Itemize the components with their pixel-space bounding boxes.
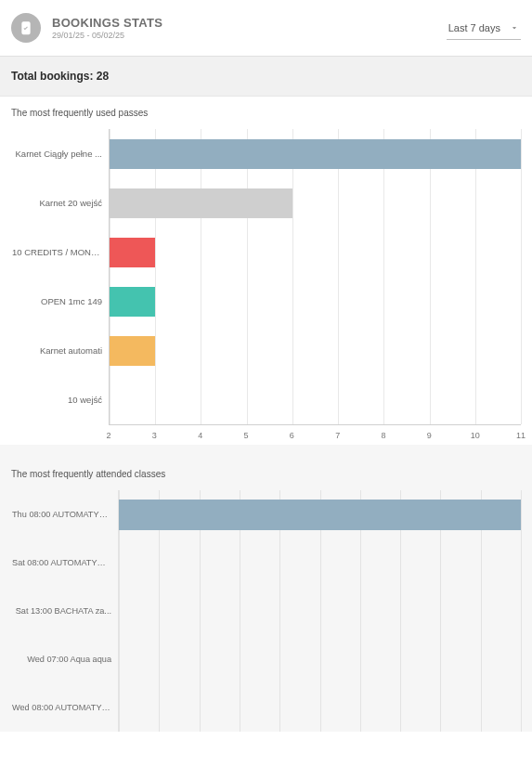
bar-row: Wed 07:00 Aqua aqua (119, 635, 521, 683)
bar-label: Karnet 20 wejść (12, 198, 110, 208)
range-selector[interactable]: Last 7 days (447, 17, 521, 40)
bar-row: 10 wejść (110, 375, 521, 424)
bar (110, 139, 521, 169)
header: BOOKINGS STATS 29/01/25 - 05/02/25 Last … (0, 0, 532, 57)
chart-classes-section: The most frequently attended classes Thu… (0, 445, 532, 732)
bar-row: Karnet 20 wejść (110, 178, 521, 227)
bar (110, 188, 292, 218)
chart-classes: Thu 08:00 AUTOMATYCZ...Sat 08:00 AUTOMAT… (11, 490, 521, 732)
bar-row: Sat 13:00 BACHATA za... (119, 587, 521, 635)
bar-label: Wed 07:00 Aqua aqua (12, 655, 119, 664)
title-block: BOOKINGS STATS 29/01/25 - 05/02/25 (52, 16, 447, 40)
bar-label: 10 CREDITS / MONTH (12, 247, 110, 257)
bar (110, 287, 155, 317)
bar-row: Karnet Ciągły pełne ... (110, 129, 521, 178)
x-tick: 11 (516, 431, 526, 440)
chart1-title: The most frequently used passes (11, 108, 521, 118)
bar-label: Thu 08:00 AUTOMATYCZ... (12, 510, 119, 519)
chart-passes-section: The most frequently used passes Karnet C… (0, 97, 532, 445)
bar-row: OPEN 1mc 149 (110, 277, 521, 326)
x-tick: 4 (198, 431, 202, 440)
total-label: Total bookings: (11, 70, 93, 83)
bar-row: Wed 08:00 AUTOMATYCZ... (119, 683, 521, 732)
x-tick: 6 (290, 431, 294, 440)
chevron-down-icon (510, 23, 519, 32)
bar-label: 10 wejść (12, 395, 110, 405)
bar-label: Karnet Ciągły pełne ... (12, 149, 110, 159)
bar (110, 238, 155, 267)
bar (119, 500, 521, 530)
bar-label: Sat 13:00 BACHATA za... (12, 606, 119, 616)
bar-row: Sat 08:00 AUTOMATYCZ... (119, 539, 521, 587)
range-selector-label: Last 7 days (448, 22, 500, 33)
bar-label: Karnet automati (12, 345, 110, 356)
chart-passes: Karnet Ciągły pełne ...Karnet 20 wejść10… (11, 129, 521, 445)
bar (110, 336, 155, 366)
x-tick: 2 (106, 431, 110, 440)
bar-row: Thu 08:00 AUTOMATYCZ... (119, 490, 521, 539)
date-range: 29/01/25 - 05/02/25 (52, 31, 447, 40)
bookings-icon (11, 13, 41, 43)
bar-label: Wed 08:00 AUTOMATYCZ... (12, 703, 119, 712)
total-bookings-bar: Total bookings: 28 (0, 57, 532, 97)
x-tick: 8 (381, 431, 385, 440)
page-title: BOOKINGS STATS (52, 16, 447, 30)
x-tick: 10 (471, 431, 480, 440)
bar-row: 10 CREDITS / MONTH (110, 227, 521, 277)
x-tick: 5 (243, 431, 248, 440)
bar-label: Sat 08:00 AUTOMATYCZ... (12, 558, 119, 567)
chart2-title: The most frequently attended classes (11, 456, 521, 490)
x-tick: 3 (152, 431, 157, 440)
x-tick: 7 (335, 431, 340, 440)
total-value: 28 (97, 70, 109, 83)
x-tick: 9 (427, 431, 432, 440)
bar-label: OPEN 1mc 149 (12, 296, 110, 306)
bar-row: Karnet automati (110, 326, 521, 375)
